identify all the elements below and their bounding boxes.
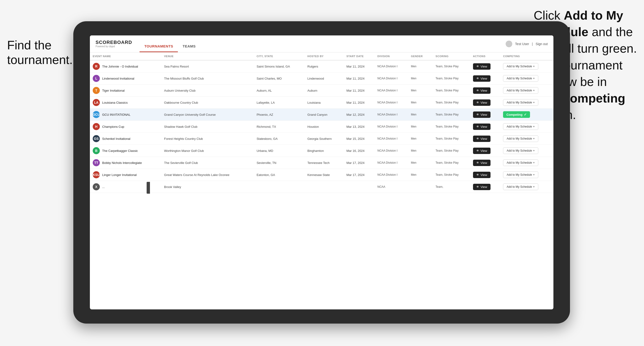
gender-cell: Men [408,145,432,157]
venue-cell: Grand Canyon University Golf Course [161,109,254,121]
scoring-cell: Team, Stroke Play [433,109,470,121]
division-cell: NCAA Division I [374,85,408,97]
tab-tournaments[interactable]: TOURNAMENTS [140,44,178,52]
hosted-by-cell: Auburn [304,85,344,97]
city-state-cell: Saint Charles, MO [254,72,304,85]
school-logo: L [93,75,100,82]
eye-icon: 👁 [476,161,479,164]
view-button[interactable]: 👁View [473,75,490,82]
app-header: SCOREBOARD Powered by clippd TOURNAMENTS… [90,35,554,52]
event-name-cell: GS Schenkel Invitational [90,133,161,145]
view-button[interactable]: 👁View [473,136,490,142]
event-name-cell: L Lindenwood Invitational [90,72,161,85]
col-hosted-by: HOSTED BY [304,52,344,60]
eye-icon: 👁 [476,125,479,128]
venue-cell: Forest Heights Country Club [161,133,254,145]
add-to-schedule-button[interactable]: Add to My Schedule + [503,135,538,142]
city-state-cell: Saint Simons Island, GA [254,60,304,72]
col-venue: VENUE [161,52,254,60]
school-logo: X [93,183,100,190]
plus-icon: + [533,137,535,140]
start-date-cell: Mar 17, 2024 [344,157,374,169]
event-name: Tiger Invitational [102,89,125,92]
view-button[interactable]: 👁View [473,63,490,70]
add-to-schedule-button[interactable]: Add to My Schedule + [503,147,538,154]
plus-icon: + [533,149,535,152]
plus-icon: + [533,125,535,128]
event-name: Lindenwood Invitational [102,77,134,80]
gender-cell: Men [408,97,432,109]
event-name-cell: R The Johnnie - O Individual [90,60,161,72]
view-button[interactable]: 👁View [473,160,490,166]
competing-cell: Add to My Schedule + [500,157,554,169]
view-button[interactable]: 👁View [473,172,490,178]
col-division: DIVISION [374,52,408,60]
add-to-schedule-button[interactable]: Add to My Schedule + [503,123,538,130]
col-city-state: CITY, STATE [254,52,304,60]
sign-out-link[interactable]: Sign out [536,42,548,46]
event-name: ... [102,185,105,189]
gender-cell: Men [408,72,432,85]
start-date-cell [344,181,374,193]
tablet-frame: SCOREBOARD Powered by clippd TOURNAMENTS… [73,21,570,324]
view-button[interactable]: 👁View [473,124,490,130]
division-cell: NCAA Division I [374,72,408,85]
competing-cell: Add to My Schedule + [500,169,554,181]
add-to-schedule-button[interactable]: Add to My Schedule + [503,172,538,178]
competing-button[interactable]: Competing ✓ [503,111,530,118]
event-name: Louisiana Classics [102,101,128,104]
scoring-cell: Team, Stroke Play [433,169,470,181]
add-to-schedule-button[interactable]: Add to My Schedule + [503,183,538,190]
view-button[interactable]: 👁View [473,148,490,154]
eye-icon: 👁 [476,77,479,80]
school-logo: GS [93,135,100,142]
school-logo: KSU [93,171,100,178]
event-name: The Johnnie - O Individual [102,65,138,68]
event-name-cell: GCU GCU INVITATIONAL [90,109,161,121]
plus-icon: + [533,173,535,176]
scoring-cell: Team, Stroke Play [433,157,470,169]
division-cell: NCAA [374,181,408,193]
event-name-cell: LA Louisiana Classics [90,97,161,109]
start-date-cell: Mar 15, 2024 [344,133,374,145]
eye-icon: 👁 [476,101,479,104]
tournaments-table: EVENT NAME VENUE CITY, STATE HOSTED BY S… [90,52,554,193]
add-to-schedule-button[interactable]: Add to My Schedule + [503,75,538,82]
table-row: L Lindenwood Invitational The Missouri B… [90,72,554,85]
col-gender: GENDER [408,52,432,60]
city-state-cell: Sevierville, TN [254,157,304,169]
add-to-schedule-button[interactable]: Add to My Schedule + [503,87,538,94]
scoring-cell: Team, Stroke Play [433,133,470,145]
actions-cell: 👁View [470,85,500,97]
gender-cell: Men [408,121,432,133]
venue-cell: Sea Palms Resort [161,60,254,72]
competing-cell: Add to My Schedule + [500,85,554,97]
table-row: TT Bobby Nichols Intercollegiate The Sev… [90,157,554,169]
view-button[interactable]: 👁View [473,87,490,94]
school-logo: H [93,123,100,130]
hosted-by-cell: Kennesaw State [304,169,344,181]
view-button[interactable]: 👁View [473,184,490,190]
venue-cell: The Sevierville Golf Club [161,157,254,169]
plus-icon: + [533,77,535,80]
event-name: Champions Cup [102,125,124,129]
division-cell: NCAA Division I [374,169,408,181]
add-to-schedule-button[interactable]: Add to My Schedule + [503,160,538,166]
view-button[interactable]: 👁View [473,112,490,118]
venue-cell: Great Waters Course At Reynolds Lake Oco… [161,169,254,181]
division-cell: NCAA Division I [374,97,408,109]
table-row: R The Johnnie - O Individual Sea Palms R… [90,60,554,72]
eye-icon: 👁 [476,137,479,140]
add-to-schedule-button[interactable]: Add to My Schedule + [503,99,538,106]
competing-cell: Add to My Schedule + [500,181,554,193]
col-competing: COMPETING [500,52,554,60]
eye-icon: 👁 [476,173,479,176]
hosted-by-cell: Louisiana [304,97,344,109]
event-name-cell: X ... [90,181,161,193]
division-cell: NCAA Division I [374,109,408,121]
add-to-schedule-button[interactable]: Add to My Schedule + [503,63,538,70]
city-state-cell: Auburn, AL [254,85,304,97]
tab-teams[interactable]: TEAMS [178,44,200,52]
view-button[interactable]: 👁View [473,99,490,106]
gender-cell: Men [408,60,432,72]
